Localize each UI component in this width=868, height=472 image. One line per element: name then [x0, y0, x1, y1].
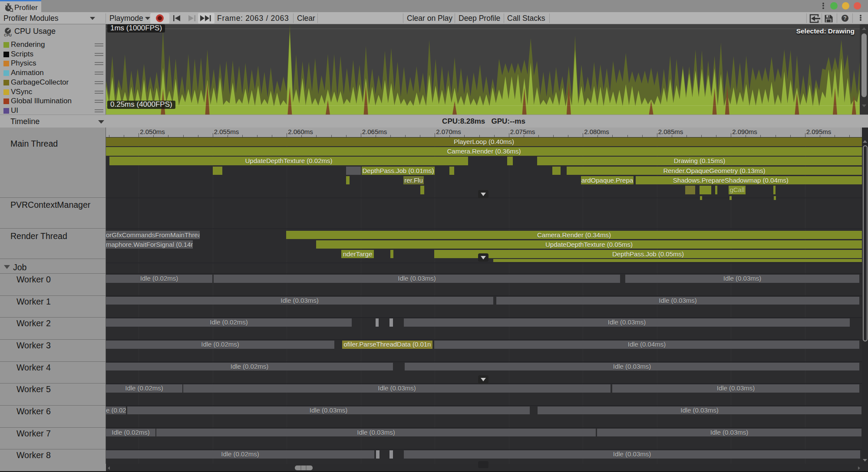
svg-text:CPU: CPU — [4, 33, 12, 37]
